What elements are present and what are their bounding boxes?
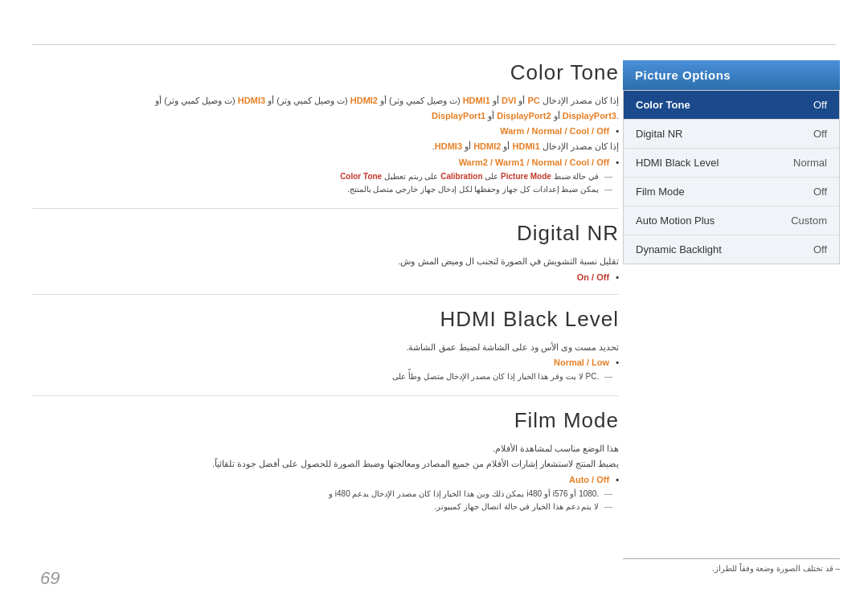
color-tone-arabic-3: إذا كان مصدر الإدخال HDMI1 أو HDMI2 أو H… [32,139,619,154]
film-mode-arabic-1: هذا الوضع مناسب لمشاهدة الأفلام. [32,441,619,456]
panel-item-color-tone[interactable]: Color Tone Off [624,91,839,120]
hdmi-title: HDMI Black Level [32,307,619,332]
color-tone-title: Color Tone [32,60,619,85]
digital-nr-arabic: تقليل نسبة التشويش في الصورة لتجنب ال وم… [32,254,619,269]
panel-item-color-tone-label: Color Tone [636,99,690,111]
bottom-note: – قد تختلف الصورة وضعة وفقاً للطراز. [623,558,840,573]
panel-item-film-value: Off [813,186,827,198]
color-tone-options-2: • Warm2 / Warm1 / Normal / Cool / Off [32,157,619,167]
bottom-note-text: – قد تختلف الصورة وضعة وفقاً للطراز. [712,564,840,573]
panel-item-hdmi-black-level[interactable]: HDMI Black Level Normal [624,149,839,178]
hdmi-note: .PC لا يت وفر هذا الخيار إذا كان مصدر ال… [32,370,619,383]
color-tone-arabic-2: .DisplayPort3 أو DisplayPort2 أو Display… [32,108,619,124]
panel-item-color-tone-value: Off [813,99,827,111]
digital-nr-options: • On / Off [32,272,619,282]
panel-item-film-mode[interactable]: Film Mode Off [624,178,839,206]
panel-item-film-label: Film Mode [636,186,685,198]
panel-item-digital-nr-label: Digital NR [636,128,683,140]
film-mode-options: • Auto / Off [32,475,619,484]
color-tone-section: Color Tone إذا كان مصدر الإدخال PC أو DV… [32,60,619,196]
film-mode-title: Film Mode [32,408,619,433]
panel-item-db-label: Dynamic Backlight [636,243,722,255]
panel-item-hdmi-value: Normal [793,157,827,169]
panel-item-db-value: Off [813,243,827,255]
panel-item-amp-label: Auto Motion Plus [636,215,714,227]
sep-2 [32,294,619,295]
panel-item-digital-nr[interactable]: Digital NR Off [624,120,839,149]
right-panel: Picture Options Color Tone Off Digital N… [623,60,840,264]
panel-item-dynamic-backlight[interactable]: Dynamic Backlight Off [624,235,839,264]
color-tone-options-1: • Warm / Normal / Cool / Off [32,126,619,136]
digital-nr-section: Digital NR تقليل نسبة التشويش في الصورة … [32,221,619,282]
hdmi-arabic: تحديد مست وى الأس ود على الشاشة لضبط عمق… [32,340,619,355]
color-tone-note-2: يمكن ضبط إعدادات كل جهاز وحفظها لكل إدخا… [32,183,619,196]
sep-1 [32,208,619,209]
panel-item-hdmi-label: HDMI Black Level [636,157,719,169]
panel-items-list: Color Tone Off Digital NR Off HDMI Black… [623,90,840,264]
color-tone-arabic-1: إذا كان مصدر الإدخال PC أو DVI أو HDMI1 … [32,93,619,108]
panel-item-digital-nr-value: Off [813,128,827,140]
page-number: 69 [40,568,59,589]
panel-item-auto-motion-plus[interactable]: Auto Motion Plus Custom [624,206,839,235]
film-mode-note-1: .1080 أو i576 أو i480 يمكن ذلك وين هذا ا… [32,488,619,501]
hdmi-section: HDMI Black Level تحديد مست وى الأس ود عل… [32,307,619,384]
film-mode-section: Film Mode هذا الوضع مناسب لمشاهدة الأفلا… [32,408,619,513]
digital-nr-title: Digital NR [32,221,619,246]
film-mode-arabic-2: يضبط المنتج لاستشعار إشارات الأفلام من ج… [32,456,619,472]
panel-title: Picture Options [635,68,731,82]
sep-3 [32,395,619,396]
main-content: Color Tone إذا كان مصدر الإدخال PC أو DV… [32,60,619,565]
panel-header: Picture Options [623,60,840,90]
panel-item-amp-value: Custom [791,215,827,227]
hdmi-options: • Normal / Low [32,358,619,367]
color-tone-note-1: في حالة ضبط Picture Mode على Calibration… [32,170,619,183]
top-divider [32,44,836,45]
film-mode-note-2: لا يتم دعم هذا الخيار في حالة اتصال جهاز… [32,501,619,513]
